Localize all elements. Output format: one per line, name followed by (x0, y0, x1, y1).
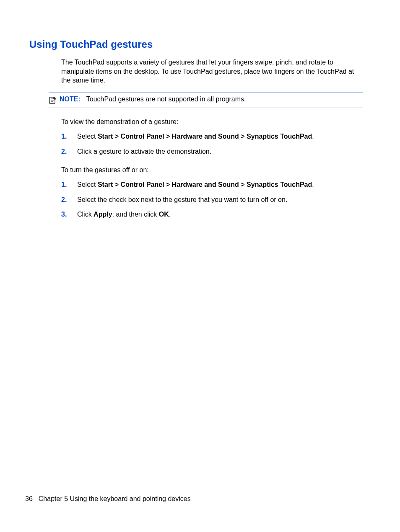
list-item: 1. Select Start > Control Panel > Hardwa… (61, 132, 363, 141)
bold-path: Start > Control Panel > Hardware and Sou… (98, 133, 312, 140)
list-item: 3. Click Apply, and then click OK. (61, 210, 363, 219)
note-text: TouchPad gestures are not supported in a… (86, 96, 246, 103)
text-fragment: Select (77, 181, 98, 188)
section-heading: Using TouchPad gestures (29, 39, 363, 50)
step-number: 2. (61, 195, 77, 204)
steps-view-demo: 1. Select Start > Control Panel > Hardwa… (61, 132, 363, 156)
list-item: 2. Click a gesture to activate the demon… (61, 147, 363, 156)
page-footer: 36Chapter 5 Using the keyboard and point… (25, 495, 191, 503)
step-number: 1. (61, 132, 77, 141)
chapter-title: Chapter 5 Using the keyboard and pointin… (39, 495, 191, 502)
text-fragment: Click (77, 211, 94, 218)
text-fragment: , and then click (112, 211, 159, 218)
bold-apply: Apply (94, 211, 112, 218)
text-fragment: . (312, 181, 314, 188)
bold-path: Start > Control Panel > Hardware and Sou… (98, 181, 312, 188)
step-text: Select the check box next to the gesture… (77, 195, 287, 204)
note-content: NOTE:TouchPad gestures are not supported… (60, 96, 246, 103)
step-text: Click Apply, and then click OK. (77, 210, 171, 219)
text-fragment: . (169, 211, 171, 218)
note-callout: NOTE:TouchPad gestures are not supported… (49, 93, 363, 108)
list-item: 1. Select Start > Control Panel > Hardwa… (61, 180, 363, 189)
steps-toggle: 1. Select Start > Control Panel > Hardwa… (61, 180, 363, 219)
note-label: NOTE: (60, 96, 81, 103)
step-number: 2. (61, 147, 77, 156)
step-text: Click a gesture to activate the demonstr… (77, 147, 211, 156)
text-fragment: Select (77, 133, 98, 140)
bold-ok: OK (159, 211, 169, 218)
page-number: 36 (25, 495, 33, 502)
step-text: Select Start > Control Panel > Hardware … (77, 180, 314, 189)
paragraph-view-demo: To view the demonstration of a gesture: (61, 117, 363, 127)
intro-paragraph: The TouchPad supports a variety of gestu… (61, 58, 363, 85)
note-icon (49, 96, 57, 104)
step-text: Select Start > Control Panel > Hardware … (77, 132, 314, 141)
text-fragment: . (312, 133, 314, 140)
document-page: Using TouchPad gestures The TouchPad sup… (0, 0, 400, 219)
step-number: 3. (61, 210, 77, 219)
paragraph-toggle: To turn the gestures off or on: (61, 165, 363, 175)
step-number: 1. (61, 180, 77, 189)
list-item: 2. Select the check box next to the gest… (61, 195, 363, 204)
